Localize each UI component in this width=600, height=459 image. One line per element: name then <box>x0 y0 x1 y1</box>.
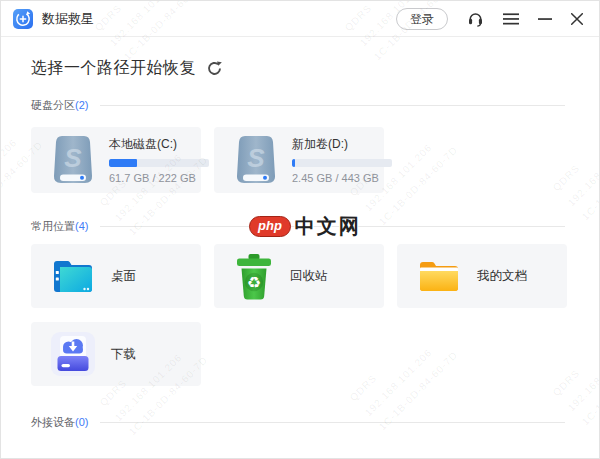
drive-usage-fill <box>109 159 137 167</box>
hard-drive-icon: S <box>51 133 95 187</box>
close-button[interactable] <box>571 13 583 25</box>
support-headset-icon[interactable] <box>467 10 484 27</box>
downloads-icon <box>51 332 95 376</box>
section-count: (4) <box>75 220 88 232</box>
drive-usage-bar <box>109 159 209 167</box>
app-logo-icon <box>13 9 33 29</box>
section-divider <box>100 105 565 106</box>
drive-size-text: 61.7 GB / 222 GB <box>109 172 209 184</box>
titlebar: 数据救星 登录 <box>1 1 599 37</box>
documents-folder-icon <box>417 257 461 295</box>
section-header-partitions: 硬盘分区(2) <box>31 98 565 113</box>
drive-usage-fill <box>292 159 295 167</box>
section-header-locations: 常用位置(4) <box>31 219 565 234</box>
location-card-desktop[interactable]: 桌面 <box>31 244 201 308</box>
drive-card-c[interactable]: S 本地磁盘(C:) 61.7 GB / 222 GB <box>31 127 201 193</box>
drive-card-d[interactable]: S 新加卷(D:) 2.45 GB / 443 GB <box>214 127 384 193</box>
svg-text:S: S <box>64 143 82 173</box>
drive-usage-bar <box>292 159 392 167</box>
drive-name: 新加卷(D:) <box>292 136 392 153</box>
section-count: (0) <box>75 416 88 428</box>
desktop-folder-icon <box>51 256 95 296</box>
location-label: 下载 <box>111 346 136 363</box>
section-divider <box>100 422 565 423</box>
location-card-downloads[interactable]: 下载 <box>31 322 201 386</box>
refresh-icon[interactable] <box>207 61 222 76</box>
svg-text:S: S <box>247 143 265 173</box>
drives-grid: S 本地磁盘(C:) 61.7 GB / 222 GB S <box>31 127 565 193</box>
section-label: 外接设备(0) <box>31 415 88 430</box>
bottom-spacer <box>31 430 565 459</box>
main-content: 选择一个路径开始恢复 硬盘分区(2) <box>1 58 599 459</box>
svg-text:♻: ♻ <box>247 272 261 291</box>
hard-drive-icon: S <box>234 133 278 187</box>
app-title: 数据救星 <box>42 10 94 28</box>
login-button[interactable]: 登录 <box>396 8 448 30</box>
location-card-recycle-bin[interactable]: ♻ 回收站 <box>214 244 384 308</box>
section-label: 常用位置(4) <box>31 219 88 234</box>
drive-size-text: 2.45 GB / 443 GB <box>292 172 392 184</box>
location-label: 我的文档 <box>477 268 527 285</box>
section-header-external: 外接设备(0) <box>31 415 565 430</box>
recycle-bin-icon: ♻ <box>234 253 274 300</box>
location-label: 回收站 <box>290 268 328 285</box>
menu-hamburger-icon[interactable] <box>503 13 519 25</box>
section-divider <box>100 226 565 227</box>
drive-name: 本地磁盘(C:) <box>109 136 209 153</box>
locations-grid: 桌面 ♻ 回收站 <box>31 244 565 386</box>
section-count: (2) <box>75 99 88 111</box>
minimize-button[interactable] <box>538 13 552 25</box>
location-card-documents[interactable]: 我的文档 <box>397 244 567 308</box>
page-title: 选择一个路径开始恢复 <box>31 58 196 79</box>
location-label: 桌面 <box>111 268 136 285</box>
section-label: 硬盘分区(2) <box>31 98 88 113</box>
